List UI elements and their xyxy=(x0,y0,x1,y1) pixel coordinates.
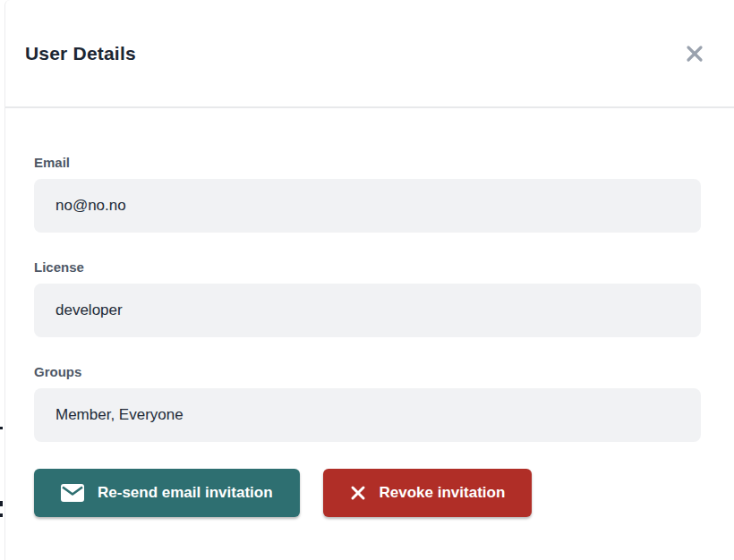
page-title: User Details xyxy=(25,43,136,64)
x-icon xyxy=(350,485,366,501)
revoke-invitation-label: Revoke invitation xyxy=(380,484,506,502)
resend-invitation-button[interactable]: Re-send email invitation xyxy=(34,469,300,517)
email-field-group: Email xyxy=(34,155,701,233)
email-field[interactable] xyxy=(34,179,701,233)
license-field[interactable] xyxy=(34,284,701,337)
license-field-group: License xyxy=(34,259,701,337)
modal-header: User Details xyxy=(5,0,734,108)
envelope-icon xyxy=(61,484,84,502)
user-details-modal: User Details Email License Groups xyxy=(4,0,734,560)
close-icon xyxy=(684,54,705,67)
background-page-fragment xyxy=(0,427,3,429)
groups-label: Groups xyxy=(34,364,701,379)
close-button[interactable] xyxy=(682,41,707,66)
action-button-row: Re-send email invitation Revoke invitati… xyxy=(34,469,701,517)
license-label: License xyxy=(34,259,701,275)
groups-field[interactable] xyxy=(34,388,701,442)
revoke-invitation-button[interactable]: Revoke invitation xyxy=(323,469,533,517)
email-label: Email xyxy=(34,155,701,170)
modal-body: Email License Groups Re-send email invit… xyxy=(5,108,734,517)
resend-invitation-label: Re-send email invitation xyxy=(98,484,273,502)
background-page-fragment xyxy=(0,501,3,506)
background-page-fragment xyxy=(0,513,3,517)
groups-field-group: Groups xyxy=(34,364,701,442)
